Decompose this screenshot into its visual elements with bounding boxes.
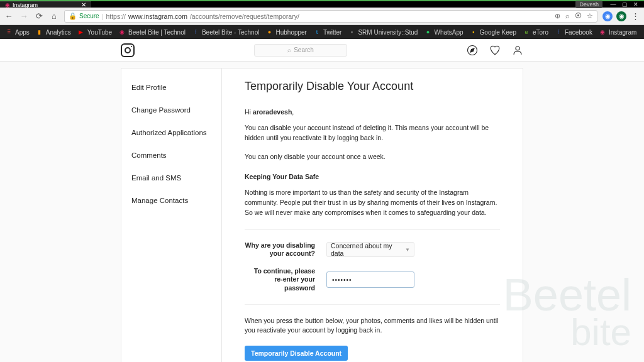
bookmark-item[interactable]: fBeetel Bite - Technol [192, 28, 260, 36]
star-icon[interactable]: ☆ [587, 12, 593, 20]
username: aroradevesh [253, 108, 292, 116]
bookmark-label: eToro [533, 29, 548, 36]
sidebar-item[interactable]: Manage Contacts [121, 189, 221, 212]
close-window-icon[interactable]: ✕ [631, 1, 640, 8]
divider [245, 304, 500, 305]
bookmark-label: Hubhopper [275, 29, 306, 36]
bookmark-label: WhatsApp [434, 29, 463, 36]
sidebar-item[interactable]: Authorized Applications [121, 121, 221, 144]
search-placeholder: Search [294, 47, 314, 53]
search-icon: ⌕ [287, 47, 291, 53]
reason-value: Concerned about my data [331, 242, 405, 257]
url-host: www.instagram.com [128, 13, 187, 20]
bookmark-label: Instagram [609, 29, 636, 36]
bookmark-favicon-icon: t [313, 28, 321, 36]
bookmark-label: Facebook [565, 29, 592, 36]
greeting: Hi aroradevesh, [245, 108, 500, 116]
bookmark-label: Beetel Bite - Technol [202, 29, 260, 36]
data-safety-text: Nothing is more important to us than the… [245, 188, 500, 217]
menu-icon[interactable]: ⋮ [630, 11, 640, 21]
bookmark-label: YouTube [87, 29, 112, 36]
password-label: To continue, please re-enter your passwo… [245, 267, 326, 293]
reason-label: Why are you disabling your account? [245, 241, 326, 258]
disable-account-button[interactable]: Temporarily Disable Account [245, 346, 348, 361]
bookmark-item[interactable]: fFacebook [555, 28, 592, 36]
disable-info-2: You can only disable your account once a… [245, 152, 500, 162]
disable-info-1: You can disable your account instead of … [245, 123, 500, 143]
heart-icon[interactable] [489, 45, 501, 56]
bookmark-item[interactable]: ◉Beetel Bite | Technol [118, 28, 186, 36]
instagram-favicon-icon: ◉ [5, 2, 10, 8]
bookmark-item[interactable]: tTwitter [313, 28, 341, 36]
sidebar-item[interactable]: Change Password [121, 99, 221, 121]
site-header: ⌕ Search [0, 39, 644, 62]
bookmark-label: Analytics [46, 29, 71, 36]
bookmark-favicon-icon: ▶ [77, 28, 85, 36]
sidebar-item[interactable]: Comments [121, 144, 221, 167]
minimize-icon[interactable]: — [609, 1, 618, 8]
bookmark-favicon-icon: f [555, 28, 562, 36]
extension-icon[interactable]: ◉ [616, 11, 626, 21]
password-row: To continue, please re-enter your passwo… [245, 267, 500, 293]
bookmark-favicon-icon: e [523, 28, 530, 36]
reason-select[interactable]: Concerned about my data ▼ [326, 242, 414, 257]
secure-label: Secure [79, 13, 99, 19]
key-icon[interactable]: ⌕ [565, 12, 570, 20]
settings-card: Edit ProfileChange PasswordAuthorized Ap… [121, 68, 523, 362]
sidebar-item[interactable]: Email and SMS [121, 167, 221, 189]
settings-sidebar: Edit ProfileChange PasswordAuthorized Ap… [121, 69, 222, 362]
bookmark-favicon-icon: ◉ [118, 28, 126, 36]
bookmark-label: Twitter [323, 29, 341, 36]
profile-chip[interactable]: Devesh [575, 1, 602, 8]
bookmark-favicon-icon: ▮ [36, 28, 43, 36]
chevron-down-icon: ▼ [405, 247, 410, 253]
bookmark-favicon-icon: ▪ [470, 28, 477, 36]
forward-icon[interactable]: → [19, 11, 29, 21]
url-path: /accounts/remove/request/temporary/ [190, 13, 299, 20]
url-prefix: https:// [106, 13, 126, 20]
bookmark-favicon-icon: ◉ [599, 28, 606, 36]
bookmarks-bar: ⠿Apps▮Analytics▶YouTube◉Beetel Bite | Te… [0, 25, 644, 39]
reason-row: Why are you disabling your account? Conc… [245, 241, 500, 258]
password-input[interactable] [326, 272, 414, 288]
extension-icon[interactable]: ◉ [602, 11, 613, 21]
bookmark-item[interactable]: ▪Google Keep [470, 28, 516, 36]
bookmark-favicon-icon: ● [424, 28, 431, 36]
svg-marker-1 [470, 48, 474, 52]
confirm-info: When you press the button below, your ph… [245, 316, 500, 336]
back-icon[interactable]: ← [4, 11, 14, 21]
profile-icon[interactable] [512, 45, 523, 56]
home-icon[interactable]: ⌂ [49, 11, 59, 21]
divider [245, 229, 500, 230]
close-icon[interactable]: ✕ [81, 1, 86, 8]
bookmark-item[interactable]: ⠿Apps [5, 28, 30, 36]
maximize-icon[interactable]: ▢ [620, 1, 629, 8]
explore-icon[interactable] [467, 45, 478, 56]
lock-icon: 🔒 [69, 12, 77, 20]
window-controls: Devesh — ▢ ✕ [575, 1, 644, 8]
bookmark-item[interactable]: ▶YouTube [77, 28, 112, 36]
bookmark-label: Beetel Bite | Technol [128, 29, 186, 36]
translate-icon[interactable]: ⦿ [575, 12, 582, 20]
instagram-logo-icon[interactable] [121, 43, 135, 57]
bookmark-item[interactable]: ●WhatsApp [424, 28, 463, 36]
browser-tab[interactable]: ◉ Instagram ✕ [0, 1, 91, 8]
page-title: Temporarily Disable Your Account [245, 80, 500, 93]
bookmark-label: Apps [15, 29, 30, 36]
sidebar-item[interactable]: Edit Profile [121, 76, 221, 99]
search-input[interactable]: ⌕ Search [254, 44, 347, 57]
browser-toolbar: ← → ⟳ ⌂ 🔒 Secure | https://www.instagram… [0, 8, 644, 25]
svg-point-2 [516, 47, 519, 50]
bookmark-item[interactable]: ▮Analytics [36, 28, 71, 36]
bookmark-favicon-icon: f [192, 28, 199, 36]
zoom-icon[interactable]: ⊕ [555, 12, 560, 20]
bookmark-label: SRM University::Stud [358, 29, 418, 36]
bookmark-item[interactable]: ◉Instagram [599, 28, 636, 36]
bookmark-item[interactable]: ▪SRM University::Stud [348, 28, 418, 36]
bookmark-item[interactable]: ●Hubhopper [265, 28, 306, 36]
bookmark-item[interactable]: eeToro [523, 28, 548, 36]
reload-icon[interactable]: ⟳ [34, 11, 44, 21]
bookmark-favicon-icon: ⠿ [5, 28, 13, 36]
bookmark-favicon-icon: ▪ [348, 28, 355, 36]
address-bar[interactable]: 🔒 Secure | https://www.instagram.com/acc… [64, 10, 597, 23]
